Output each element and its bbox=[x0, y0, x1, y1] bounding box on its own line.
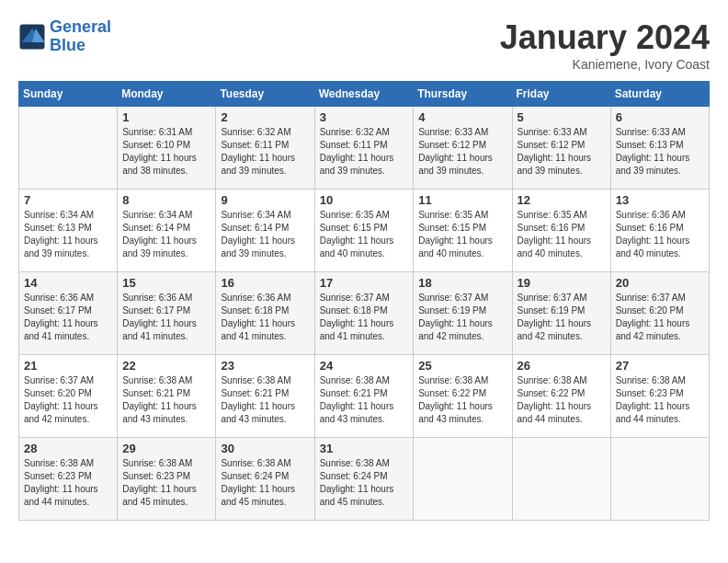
calendar-cell: 29Sunrise: 6:38 AMSunset: 6:23 PMDayligh… bbox=[118, 438, 216, 521]
calendar-cell: 23Sunrise: 6:38 AMSunset: 6:21 PMDayligh… bbox=[216, 355, 314, 438]
logo-line2: Blue bbox=[50, 36, 85, 54]
day-number: 17 bbox=[320, 276, 409, 290]
page-header: General Blue January 2024 Kaniemene, Ivo… bbox=[18, 18, 710, 72]
calendar-cell: 9Sunrise: 6:34 AMSunset: 6:14 PMDaylight… bbox=[216, 190, 314, 272]
day-info: Sunrise: 6:32 AMSunset: 6:11 PMDaylight:… bbox=[320, 126, 409, 178]
calendar-cell: 14Sunrise: 6:36 AMSunset: 6:17 PMDayligh… bbox=[19, 272, 118, 355]
calendar-cell: 25Sunrise: 6:38 AMSunset: 6:22 PMDayligh… bbox=[414, 355, 512, 438]
day-number: 9 bbox=[221, 193, 309, 207]
calendar-cell: 13Sunrise: 6:36 AMSunset: 6:16 PMDayligh… bbox=[610, 190, 709, 272]
calendar-cell: 17Sunrise: 6:37 AMSunset: 6:18 PMDayligh… bbox=[314, 272, 414, 355]
calendar-cell: 3Sunrise: 6:32 AMSunset: 6:11 PMDaylight… bbox=[314, 107, 414, 190]
day-number: 24 bbox=[320, 359, 409, 373]
calendar-cell: 30Sunrise: 6:38 AMSunset: 6:24 PMDayligh… bbox=[216, 438, 314, 521]
calendar-header-row: SundayMondayTuesdayWednesdayThursdayFrid… bbox=[19, 82, 710, 107]
calendar-cell: 5Sunrise: 6:33 AMSunset: 6:12 PMDaylight… bbox=[512, 107, 610, 190]
calendar-cell: 10Sunrise: 6:35 AMSunset: 6:15 PMDayligh… bbox=[314, 190, 414, 272]
day-number: 21 bbox=[24, 359, 112, 373]
day-number: 10 bbox=[320, 193, 409, 207]
day-info: Sunrise: 6:37 AMSunset: 6:19 PMDaylight:… bbox=[418, 292, 506, 343]
calendar-cell: 12Sunrise: 6:35 AMSunset: 6:16 PMDayligh… bbox=[512, 190, 610, 272]
day-info: Sunrise: 6:36 AMSunset: 6:17 PMDaylight:… bbox=[24, 292, 112, 343]
calendar-cell: 11Sunrise: 6:35 AMSunset: 6:15 PMDayligh… bbox=[414, 190, 512, 272]
calendar-cell: 7Sunrise: 6:34 AMSunset: 6:13 PMDaylight… bbox=[19, 190, 118, 272]
logo: General Blue bbox=[18, 18, 111, 55]
day-number: 4 bbox=[418, 110, 506, 124]
day-info: Sunrise: 6:38 AMSunset: 6:23 PMDaylight:… bbox=[616, 374, 704, 426]
calendar-cell: 2Sunrise: 6:32 AMSunset: 6:11 PMDaylight… bbox=[216, 107, 314, 190]
calendar-cell: 8Sunrise: 6:34 AMSunset: 6:14 PMDaylight… bbox=[118, 190, 216, 272]
calendar-cell: 20Sunrise: 6:37 AMSunset: 6:20 PMDayligh… bbox=[610, 272, 709, 355]
logo-icon bbox=[18, 23, 46, 51]
day-number: 7 bbox=[24, 193, 112, 207]
day-header-wednesday: Wednesday bbox=[314, 82, 414, 107]
calendar-cell: 19Sunrise: 6:37 AMSunset: 6:19 PMDayligh… bbox=[512, 272, 610, 355]
day-number: 2 bbox=[221, 110, 309, 124]
day-number: 13 bbox=[616, 193, 704, 207]
calendar-cell: 24Sunrise: 6:38 AMSunset: 6:21 PMDayligh… bbox=[314, 355, 414, 438]
calendar-cell: 15Sunrise: 6:36 AMSunset: 6:17 PMDayligh… bbox=[118, 272, 216, 355]
day-info: Sunrise: 6:31 AMSunset: 6:10 PMDaylight:… bbox=[122, 126, 210, 178]
day-info: Sunrise: 6:38 AMSunset: 6:23 PMDaylight:… bbox=[24, 457, 112, 509]
title-area: January 2024 Kaniemene, Ivory Coast bbox=[500, 18, 710, 72]
day-info: Sunrise: 6:38 AMSunset: 6:24 PMDaylight:… bbox=[320, 457, 409, 509]
day-info: Sunrise: 6:36 AMSunset: 6:16 PMDaylight:… bbox=[616, 209, 704, 260]
calendar-cell: 28Sunrise: 6:38 AMSunset: 6:23 PMDayligh… bbox=[19, 438, 118, 521]
calendar-week-row: 21Sunrise: 6:37 AMSunset: 6:20 PMDayligh… bbox=[19, 355, 710, 438]
day-number: 12 bbox=[518, 193, 606, 207]
day-info: Sunrise: 6:34 AMSunset: 6:13 PMDaylight:… bbox=[24, 209, 112, 260]
day-info: Sunrise: 6:35 AMSunset: 6:16 PMDaylight:… bbox=[518, 209, 606, 260]
day-number: 3 bbox=[320, 110, 409, 124]
day-number: 11 bbox=[418, 193, 506, 207]
calendar-week-row: 1Sunrise: 6:31 AMSunset: 6:10 PMDaylight… bbox=[19, 107, 710, 190]
day-header-tuesday: Tuesday bbox=[216, 82, 314, 107]
day-number: 14 bbox=[24, 276, 112, 290]
calendar-cell bbox=[19, 107, 118, 190]
day-number: 5 bbox=[518, 110, 606, 124]
calendar-cell: 4Sunrise: 6:33 AMSunset: 6:12 PMDaylight… bbox=[414, 107, 512, 190]
day-number: 8 bbox=[122, 193, 210, 207]
day-info: Sunrise: 6:37 AMSunset: 6:20 PMDaylight:… bbox=[616, 292, 704, 343]
day-number: 31 bbox=[320, 442, 409, 455]
day-info: Sunrise: 6:33 AMSunset: 6:12 PMDaylight:… bbox=[418, 126, 506, 178]
day-number: 16 bbox=[221, 276, 309, 290]
day-info: Sunrise: 6:36 AMSunset: 6:17 PMDaylight:… bbox=[122, 292, 210, 343]
logo-text: General Blue bbox=[50, 18, 111, 55]
calendar-cell: 16Sunrise: 6:36 AMSunset: 6:18 PMDayligh… bbox=[216, 272, 314, 355]
logo-line1: General bbox=[50, 17, 111, 36]
calendar-cell bbox=[512, 438, 610, 521]
calendar-cell: 21Sunrise: 6:37 AMSunset: 6:20 PMDayligh… bbox=[19, 355, 118, 438]
day-info: Sunrise: 6:38 AMSunset: 6:24 PMDaylight:… bbox=[221, 457, 309, 509]
day-info: Sunrise: 6:38 AMSunset: 6:21 PMDaylight:… bbox=[122, 374, 210, 426]
day-info: Sunrise: 6:38 AMSunset: 6:23 PMDaylight:… bbox=[122, 457, 210, 509]
calendar-table: SundayMondayTuesdayWednesdayThursdayFrid… bbox=[18, 81, 710, 521]
calendar-cell bbox=[414, 438, 512, 521]
day-info: Sunrise: 6:38 AMSunset: 6:21 PMDaylight:… bbox=[221, 374, 309, 426]
day-number: 30 bbox=[221, 442, 309, 455]
calendar-cell bbox=[610, 438, 709, 521]
day-number: 6 bbox=[616, 110, 704, 124]
calendar-cell: 27Sunrise: 6:38 AMSunset: 6:23 PMDayligh… bbox=[610, 355, 709, 438]
day-number: 15 bbox=[122, 276, 210, 290]
day-header-friday: Friday bbox=[512, 82, 610, 107]
day-number: 29 bbox=[122, 442, 210, 455]
day-number: 19 bbox=[518, 276, 606, 290]
calendar-week-row: 28Sunrise: 6:38 AMSunset: 6:23 PMDayligh… bbox=[19, 438, 710, 521]
day-number: 23 bbox=[221, 359, 309, 373]
day-info: Sunrise: 6:38 AMSunset: 6:22 PMDaylight:… bbox=[418, 374, 506, 426]
day-info: Sunrise: 6:33 AMSunset: 6:12 PMDaylight:… bbox=[518, 126, 606, 178]
month-title: January 2024 bbox=[500, 18, 710, 57]
calendar-cell: 31Sunrise: 6:38 AMSunset: 6:24 PMDayligh… bbox=[314, 438, 414, 521]
day-number: 25 bbox=[418, 359, 506, 373]
location-subtitle: Kaniemene, Ivory Coast bbox=[500, 57, 710, 72]
day-number: 1 bbox=[122, 110, 210, 124]
day-number: 26 bbox=[518, 359, 606, 373]
calendar-cell: 1Sunrise: 6:31 AMSunset: 6:10 PMDaylight… bbox=[118, 107, 216, 190]
calendar-cell: 26Sunrise: 6:38 AMSunset: 6:22 PMDayligh… bbox=[512, 355, 610, 438]
calendar-cell: 22Sunrise: 6:38 AMSunset: 6:21 PMDayligh… bbox=[118, 355, 216, 438]
day-header-monday: Monday bbox=[118, 82, 216, 107]
day-info: Sunrise: 6:35 AMSunset: 6:15 PMDaylight:… bbox=[320, 209, 409, 260]
day-info: Sunrise: 6:38 AMSunset: 6:21 PMDaylight:… bbox=[320, 374, 409, 426]
day-header-saturday: Saturday bbox=[610, 82, 709, 107]
day-info: Sunrise: 6:37 AMSunset: 6:19 PMDaylight:… bbox=[518, 292, 606, 343]
